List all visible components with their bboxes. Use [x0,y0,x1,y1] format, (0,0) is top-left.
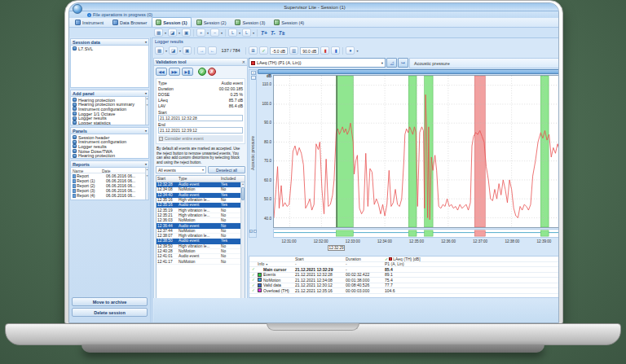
save-icon[interactable]: ▥ [289,46,298,55]
tab-icon [274,20,280,25]
chevron-down-icon[interactable]: ▾ [356,49,358,53]
collapse-icon[interactable]: ▾ [145,40,147,44]
move-to-archive-button[interactable]: Move to archive [72,297,148,306]
gallery-icon[interactable]: ▣ [183,46,192,55]
horizontal-zoom-bar[interactable] [258,69,559,74]
cursor-time-label: 12:32:29 [328,245,346,251]
deselect-all-button[interactable]: Deselect all [208,166,245,173]
marker-red-icon[interactable]: ▮ [320,46,329,55]
ribbon-tab[interactable]: Session (3) [231,17,269,27]
report-row[interactable]: Report (4) 06.06.2016 06... [71,193,148,198]
chevron-down-icon[interactable]: ▾ [179,31,180,35]
filter-icon[interactable]: ▾ [266,262,267,266]
layout-icon[interactable]: ▣ [182,29,191,37]
prev-event-icon[interactable]: ← [208,46,217,55]
next-event-button[interactable]: ▶▶ [169,68,180,76]
chevron-down-icon[interactable]: ▾ [239,31,240,35]
divider [194,47,195,55]
session-file-item[interactable]: L7.SVL [71,46,148,51]
accept-icon[interactable]: ✓ [259,46,268,55]
y-tick-label: 80.0 [264,140,271,144]
laptop-base [5,323,621,345]
options-sphere-icon[interactable]: ● [346,46,355,55]
grid-icon[interactable]: ⊞ [249,46,258,55]
chart-tab[interactable]: Acoustic pressure [409,58,559,68]
ribbon-tab[interactable]: Session (1) [152,17,191,27]
chevron-down-icon[interactable]: ▾ [221,31,223,35]
summary-col-info[interactable]: Info [258,261,264,266]
scrollbar[interactable]: ▲▼ [145,168,148,200]
end-input[interactable]: 21.12.2021 12:39:12 [158,127,243,134]
panels-list: Session header Instrument configuration … [70,134,149,159]
event-filter-select[interactable]: All events ▾ [156,166,206,173]
scrollbar[interactable]: ▲▼ [145,97,148,125]
session-data-header[interactable]: Session data ▾ [70,38,149,46]
reports-header[interactable]: Reports ▾ [70,160,149,168]
range-high-field[interactable]: 90.0 dB [300,47,319,55]
tab-icon [75,20,81,25]
series-selector[interactable]: LAeq (TH) (P1 (A, Lin)) ▾ [249,58,386,68]
level-max-icon[interactable]: L [242,29,251,37]
dock-icon[interactable]: ▫ [251,76,256,80]
level-min-icon[interactable]: L [228,29,237,37]
add-panel-header[interactable]: Add panel ▾ [70,90,149,97]
close-icon[interactable]: ✕ [242,59,245,64]
chevron-down-icon[interactable]: ▾ [165,31,166,35]
check-icon: ✓ [249,273,258,277]
reject-event-button[interactable]: ✗ [208,68,216,76]
start-input[interactable]: 21.12.2021 12:32:28 [158,115,243,121]
chevron-down-icon[interactable]: ▾ [179,49,181,53]
tab-label: Instrument [82,20,104,25]
ribbon-tab[interactable]: Session (2) [192,17,231,27]
next-event-icon[interactable]: → [197,46,206,55]
tab-icon [196,20,202,25]
event-field: Duration 00:02:00.185 [158,86,243,92]
chevron-down-icon[interactable]: ▾ [207,31,209,35]
summary-row[interactable]: ✓ Overload (TH) 21.12.2021 12:35:16 00:0… [249,288,559,294]
time-zoom-fit-button[interactable]: T± [278,30,286,36]
play-event-button[interactable]: ▶❚ [182,68,193,76]
plot-area[interactable] [273,75,559,228]
prev-event-button[interactable]: ◀◀ [156,68,167,76]
chevron-down-icon[interactable]: ▾ [253,31,254,35]
collapse-icon[interactable]: ▾ [145,129,147,133]
scrollbar-thumb[interactable] [241,187,245,200]
delete-session-button[interactable]: Delete session [72,308,148,317]
zoom-in-icon[interactable]: + [196,29,205,37]
y-axis-unit: dB [267,74,271,78]
time-zoom-in-button[interactable]: T+ [260,30,268,36]
marker-blue-icon[interactable]: ▮ [331,46,340,55]
range-low-field[interactable]: -5.0 dB [270,47,288,55]
panels-header[interactable]: Panels ▾ [70,127,149,134]
chart-type-icon[interactable]: ◪ [169,46,178,55]
app-logo-icon[interactable] [73,4,82,14]
time-history-plot[interactable] [274,76,559,227]
pin-icon[interactable]: ▪ [251,71,256,75]
panel-icon [73,154,77,158]
summary-col-value[interactable]: LAeq (TH) [dB] [393,257,420,261]
plus-icon[interactable]: + [249,230,253,233]
summary-col-duration[interactable]: Duration [346,257,385,261]
collapse-icon[interactable]: ▾ [145,91,147,95]
chart-mode-icon[interactable]: ◿ [386,58,397,68]
event-row[interactable]: 12:41:17 NoMotion No [156,259,245,264]
minus-icon[interactable]: − [253,230,257,233]
ribbon-tab[interactable]: Instrument [71,17,108,27]
validation-header[interactable]: Validation tool ✕ [154,59,247,66]
add-panel-item[interactable]: Logger statistics [71,121,148,125]
accept-event-button[interactable]: ✓ [198,68,206,76]
chart-view-icon[interactable]: ◪ [168,29,177,37]
table-view-icon[interactable]: ▦ [154,29,163,37]
chevron-down-icon[interactable]: ▾ [165,49,167,53]
ribbon-tab[interactable]: Data Browser [108,17,151,27]
checkbox[interactable]: ✓ [159,137,163,141]
marker-strip[interactable] [273,229,559,238]
panel-item[interactable]: Hearing protection [71,153,148,158]
zoom-out-icon[interactable]: − [210,29,219,37]
collapse-icon[interactable]: ▾ [145,162,147,166]
ribbon-tab[interactable]: Session (4) [270,17,308,27]
chart-pan-icon[interactable]: ↦ [398,58,408,68]
summary-col-start[interactable]: Start [295,257,346,261]
table-icon[interactable]: ▦ [155,46,164,55]
time-zoom-out-button[interactable]: T- [270,30,276,36]
